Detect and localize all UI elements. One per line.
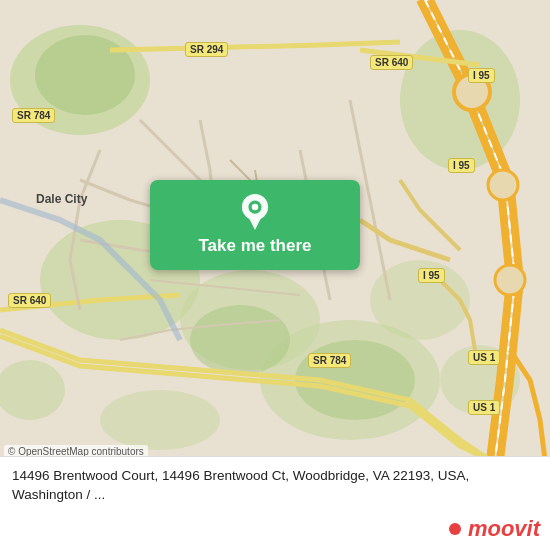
address-text: 14496 Brentwood Court, 14496 Brentwood C… — [12, 467, 538, 505]
moovit-logo: moovit — [449, 516, 540, 542]
svg-point-10 — [35, 35, 135, 115]
take-me-there-label: Take me there — [198, 236, 311, 256]
svg-point-15 — [495, 265, 525, 295]
svg-marker-19 — [248, 217, 261, 230]
svg-point-14 — [488, 170, 518, 200]
road-label-us1a: US 1 — [468, 350, 500, 365]
app: SR 294 SR 784 SR 640 I 95 I 95 I 95 SR 6… — [0, 0, 550, 550]
map-container: SR 294 SR 784 SR 640 I 95 I 95 I 95 SR 6… — [0, 0, 550, 460]
svg-point-11 — [190, 305, 290, 375]
place-label-dale-city: Dale City — [36, 192, 87, 206]
take-me-there-button[interactable]: Take me there — [150, 180, 360, 270]
bottom-panel: 14496 Brentwood Court, 14496 Brentwood C… — [0, 456, 550, 550]
road-label-us1b: US 1 — [468, 400, 500, 415]
road-label-i95a: I 95 — [468, 68, 495, 83]
road-label-sr784a: SR 784 — [12, 108, 55, 123]
road-label-sr640a: SR 640 — [370, 55, 413, 70]
road-label-sr294: SR 294 — [185, 42, 228, 57]
road-label-sr784b: SR 784 — [308, 353, 351, 368]
svg-point-9 — [100, 390, 220, 450]
location-pin-icon — [237, 194, 273, 230]
road-label-i95b: I 95 — [448, 158, 475, 173]
moovit-logo-text: moovit — [468, 516, 540, 542]
road-label-i95c: I 95 — [418, 268, 445, 283]
road-label-sr640b: SR 640 — [8, 293, 51, 308]
svg-point-18 — [252, 204, 259, 211]
moovit-dot-icon — [449, 523, 461, 535]
